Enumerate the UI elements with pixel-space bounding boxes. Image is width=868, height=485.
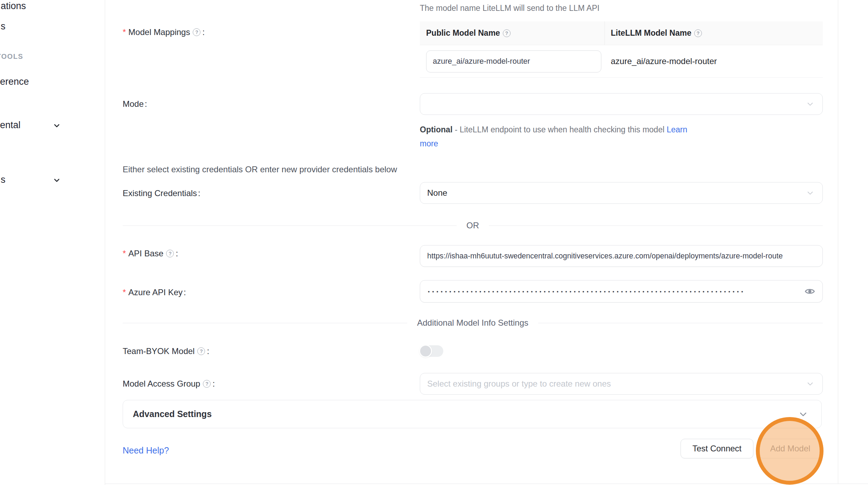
- required-marker: *: [123, 249, 126, 258]
- sidebar-section-tools: TOOLS: [0, 53, 23, 61]
- help-icon[interactable]: ?: [197, 347, 205, 355]
- litellm-model-name-value: azure_ai/azure-model-router: [611, 56, 717, 66]
- colon: :: [176, 249, 178, 258]
- public-model-name-header: Public Model Name ?: [420, 21, 605, 45]
- model-mappings-table: Public Model Name ? LiteLLM Model Name ?…: [420, 21, 823, 78]
- or-divider-text: OR: [457, 221, 489, 230]
- required-marker: *: [123, 287, 126, 297]
- existing-credentials-select[interactable]: None: [420, 182, 823, 204]
- help-icon[interactable]: ?: [193, 28, 200, 36]
- model-access-group-select[interactable]: Select existing groups or type to create…: [420, 373, 823, 395]
- model-mappings-label-text: Model Mappings: [128, 27, 190, 37]
- sidebar: ations s TOOLS erence ental s: [0, 0, 105, 485]
- chevron-down-icon: [798, 409, 808, 419]
- chevron-down-icon: [806, 380, 814, 388]
- form-card-bottom-border: [105, 484, 868, 484]
- api-base-input[interactable]: [420, 245, 822, 266]
- additional-info-divider: Additional Model Info Settings: [123, 318, 823, 328]
- azure-api-key-label-text: Azure API Key: [128, 287, 183, 297]
- credentials-note: Either select existing credentials OR en…: [123, 165, 397, 174]
- api-base-label-text: API Base: [128, 249, 163, 258]
- colon: :: [212, 379, 215, 389]
- team-byok-toggle[interactable]: [420, 345, 443, 357]
- model-mappings-label: * Model Mappings ? :: [123, 27, 205, 37]
- divider-line: [489, 226, 823, 226]
- or-divider: OR: [123, 221, 823, 230]
- existing-credentials-label-text: Existing Credentials: [123, 188, 197, 198]
- advanced-settings-title: Advanced Settings: [133, 409, 212, 419]
- masked-api-key: ••••••••••••••••••••••••••••••••••••••••…: [420, 289, 757, 295]
- model-name-hint: The model name LiteLLM will send to the …: [420, 4, 600, 13]
- colon: :: [202, 27, 205, 37]
- mode-select[interactable]: [420, 93, 823, 115]
- mode-label: Mode :: [123, 99, 147, 109]
- learn-more-link-line1[interactable]: Learn: [667, 125, 687, 134]
- mode-label-text: Mode: [123, 99, 144, 109]
- learn-more-link-line2[interactable]: more: [420, 139, 438, 148]
- optional-bold: Optional: [420, 125, 452, 134]
- chevron-down-icon: [806, 100, 814, 108]
- chevron-down-icon: [806, 189, 814, 197]
- mode-helper-text: Optional - LiteLLM endpoint to use when …: [420, 123, 718, 151]
- litellm-model-name-header-text: LiteLLM Model Name: [611, 28, 691, 38]
- azure-api-key-field[interactable]: ••••••••••••••••••••••••••••••••••••••••…: [420, 280, 823, 303]
- azure-api-key-label: * Azure API Key :: [123, 287, 186, 297]
- public-model-name-input[interactable]: [426, 50, 601, 72]
- toggle-knob: [419, 345, 432, 358]
- form-card-right-border: [838, 0, 838, 484]
- mappings-table-header: Public Model Name ? LiteLLM Model Name ?: [420, 21, 823, 45]
- mappings-table-row: azure_ai/azure-model-router: [420, 45, 823, 78]
- divider-line: [538, 323, 823, 323]
- advanced-settings-panel[interactable]: Advanced Settings: [123, 400, 822, 428]
- existing-credentials-label: Existing Credentials :: [123, 188, 200, 198]
- additional-info-divider-text: Additional Model Info Settings: [407, 318, 538, 328]
- colon: :: [207, 346, 209, 356]
- api-base-field: [420, 245, 823, 267]
- chevron-down-icon[interactable]: [53, 176, 61, 185]
- sidebar-item-inference[interactable]: erence: [0, 76, 29, 87]
- colon: :: [198, 188, 200, 198]
- add-model-page: ations s TOOLS erence ental s The model …: [0, 0, 868, 485]
- api-base-label: * API Base ? :: [123, 249, 178, 258]
- eye-icon[interactable]: [804, 285, 816, 298]
- model-access-group-placeholder: Select existing groups or type to create…: [420, 379, 611, 389]
- need-help-link[interactable]: Need Help?: [123, 445, 169, 456]
- colon: :: [184, 287, 186, 297]
- sidebar-item-settings[interactable]: s: [1, 174, 6, 185]
- model-access-group-label: Model Access Group ? :: [123, 379, 215, 389]
- eye-icon-glyph: [804, 286, 815, 297]
- colon: :: [145, 99, 147, 109]
- sidebar-item-experimental[interactable]: ental: [0, 120, 21, 131]
- help-icon[interactable]: ?: [503, 29, 511, 37]
- existing-credentials-value: None: [420, 188, 447, 198]
- required-marker: *: [123, 27, 126, 37]
- divider-line: [123, 323, 407, 323]
- help-icon[interactable]: ?: [166, 250, 174, 257]
- public-model-name-header-text: Public Model Name: [426, 28, 500, 38]
- help-icon[interactable]: ?: [694, 29, 702, 37]
- mode-helper-rest: - LiteLLM endpoint to use when health ch…: [452, 125, 667, 134]
- divider-line: [123, 226, 457, 226]
- chevron-down-icon[interactable]: [53, 122, 61, 130]
- model-access-group-label-text: Model Access Group: [123, 379, 200, 389]
- add-model-button[interactable]: Add Model: [759, 439, 822, 458]
- litellm-model-name-header: LiteLLM Model Name ?: [605, 28, 703, 38]
- sidebar-item[interactable]: s: [1, 21, 6, 32]
- team-byok-label: Team-BYOK Model ? :: [123, 346, 209, 356]
- sidebar-item-integrations[interactable]: ations: [1, 1, 26, 12]
- team-byok-label-text: Team-BYOK Model: [123, 346, 194, 356]
- test-connect-button[interactable]: Test Connect: [681, 439, 753, 458]
- help-icon[interactable]: ?: [203, 380, 211, 388]
